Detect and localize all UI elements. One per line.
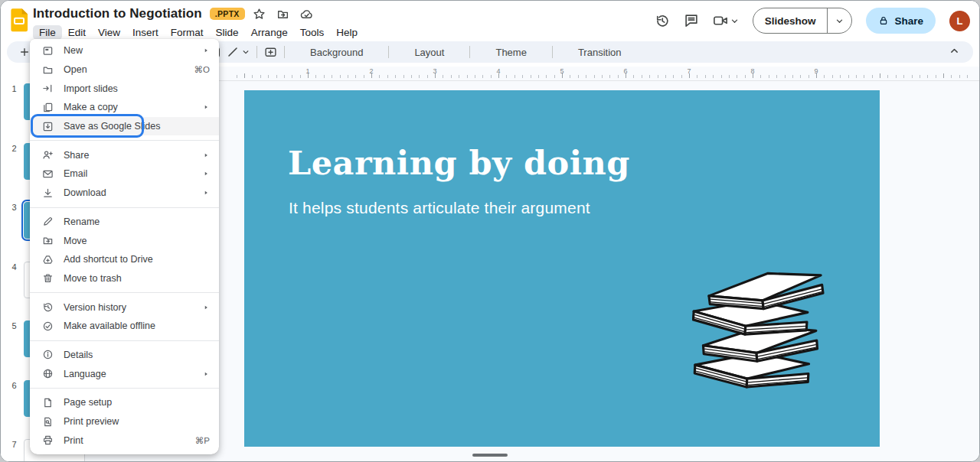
line-tool[interactable] xyxy=(227,46,250,58)
ruler-tick xyxy=(546,75,547,78)
file-menu-item-make-a-copy[interactable]: Make a copy xyxy=(30,98,219,117)
email-icon xyxy=(42,168,54,180)
ruler-tick xyxy=(284,75,285,78)
menubar-item-view[interactable]: View xyxy=(92,25,126,40)
ruler-tick xyxy=(332,75,332,78)
star-icon[interactable] xyxy=(253,8,266,21)
slide-subtitle[interactable]: It helps students articulate their argum… xyxy=(289,199,590,217)
submenu-arrow-icon xyxy=(202,47,210,54)
slideshow-button[interactable]: Slideshow xyxy=(753,8,828,33)
collapse-toolbar-button[interactable] xyxy=(949,45,959,59)
background-button[interactable]: Background xyxy=(292,41,381,63)
ruler-tick xyxy=(300,75,301,78)
ruler-tick xyxy=(602,75,603,78)
preview-icon xyxy=(42,416,54,428)
file-menu-item-print-preview[interactable]: Print preview xyxy=(30,412,219,431)
menubar-item-edit[interactable]: Edit xyxy=(62,25,92,40)
file-menu-item-import-slides[interactable]: Import slides xyxy=(30,79,219,98)
ruler-number: 2 xyxy=(369,67,373,75)
ruler-tick xyxy=(713,75,714,78)
file-menu-item-rename[interactable]: Rename xyxy=(30,213,219,232)
ruler-tick xyxy=(419,75,420,78)
file-menu-item-page-setup[interactable]: Page setup xyxy=(30,393,219,412)
menu-item-label: Import slides xyxy=(64,83,210,94)
file-menu-item-save-as-google-slides[interactable]: Save as Google Slides xyxy=(30,117,219,136)
file-menu-item-make-available-offline[interactable]: Make available offline xyxy=(30,317,219,336)
open-icon xyxy=(42,64,54,76)
file-menu-item-add-shortcut-to-drive[interactable]: Add shortcut to Drive xyxy=(30,250,219,269)
menubar-item-help[interactable]: Help xyxy=(330,25,364,40)
copy-icon xyxy=(42,102,54,113)
menubar-item-slide[interactable]: Slide xyxy=(210,25,245,40)
version-history-icon[interactable] xyxy=(655,13,670,28)
file-menu-item-new[interactable]: New xyxy=(30,41,219,60)
ruler-tick xyxy=(848,75,849,78)
menubar-item-file[interactable]: File xyxy=(33,25,62,40)
slide-title[interactable]: Learning by doing xyxy=(288,144,630,182)
chevron-up-icon xyxy=(949,46,959,56)
speaker-notes-resize-handle[interactable] xyxy=(472,454,508,457)
books-clipart[interactable] xyxy=(692,271,838,399)
ruler-tick xyxy=(459,75,459,78)
menubar-item-insert[interactable]: Insert xyxy=(126,25,165,40)
file-menu-item-share[interactable]: Share xyxy=(30,145,219,164)
ruler-tick xyxy=(880,73,880,78)
insert-comment-button[interactable] xyxy=(264,46,277,59)
ruler-number: 9 xyxy=(814,67,818,75)
slide-canvas[interactable]: Learning by doing It helps students arti… xyxy=(244,90,880,447)
ruler-tick xyxy=(292,75,292,78)
move-folder-icon[interactable] xyxy=(276,8,289,21)
file-menu-item-move-to-trash[interactable]: Move to trash xyxy=(30,269,219,288)
layout-button[interactable]: Layout xyxy=(396,41,462,63)
menubar-item-format[interactable]: Format xyxy=(165,25,210,40)
move-icon xyxy=(42,235,54,246)
comments-icon[interactable] xyxy=(684,13,699,28)
ruler-tick xyxy=(824,75,825,78)
ruler-tick xyxy=(609,75,610,78)
slide-number: 2 xyxy=(7,143,21,153)
submenu-arrow-icon xyxy=(202,103,210,111)
ruler-tick xyxy=(324,75,325,78)
document-title[interactable]: Introduction to Negotiation xyxy=(33,6,202,21)
slideshow-dropdown-button[interactable] xyxy=(827,8,851,33)
transition-button[interactable]: Transition xyxy=(560,41,640,63)
ruler-tick xyxy=(443,75,443,78)
toolbar-separator xyxy=(256,46,257,58)
file-menu-item-download[interactable]: Download xyxy=(30,184,219,203)
ruler-number: 4 xyxy=(496,67,500,75)
toolbar-separator xyxy=(552,46,553,58)
file-menu-item-move[interactable]: Move xyxy=(30,231,219,250)
ruler-tick xyxy=(618,75,619,78)
account-avatar[interactable]: L xyxy=(949,11,970,31)
file-menu-item-version-history[interactable]: Version history xyxy=(30,298,219,317)
line-icon xyxy=(227,46,239,58)
meet-present-button[interactable] xyxy=(713,13,739,28)
file-menu-item-open[interactable]: Open⌘O xyxy=(30,60,219,80)
topbar: Introduction to Negotiation .PPTX FileEd… xyxy=(1,1,979,37)
theme-button[interactable]: Theme xyxy=(477,41,544,63)
menu-divider xyxy=(30,207,219,208)
file-menu-item-details[interactable]: Details xyxy=(30,346,219,365)
ruler-tick xyxy=(578,75,579,78)
ruler-tick xyxy=(896,75,897,78)
toolbar-separator xyxy=(469,46,470,58)
menu-item-label: Print preview xyxy=(64,416,210,427)
file-menu: NewOpen⌘OImport slidesMake a copySave as… xyxy=(30,39,219,454)
ruler-tick xyxy=(967,75,968,78)
menubar-item-arrange[interactable]: Arrange xyxy=(245,25,294,40)
file-menu-item-print[interactable]: Print⌘P xyxy=(30,431,219,450)
ruler-tick xyxy=(633,75,634,78)
slide-number: 6 xyxy=(7,380,21,390)
file-menu-item-email[interactable]: Email xyxy=(30,164,219,184)
cloud-saved-icon[interactable] xyxy=(300,8,313,21)
menu-item-label: Save as Google Slides xyxy=(64,121,210,132)
ruler-tick xyxy=(721,75,722,78)
ruler-number: 7 xyxy=(687,67,691,75)
ruler-number: 8 xyxy=(750,67,754,75)
toolbar-separator xyxy=(388,46,389,58)
menubar-item-tools[interactable]: Tools xyxy=(294,25,331,40)
share-button[interactable]: Share xyxy=(866,8,936,34)
ruler-tick xyxy=(769,75,769,78)
file-menu-item-language[interactable]: Language xyxy=(30,364,219,383)
ruler-tick xyxy=(697,75,697,78)
